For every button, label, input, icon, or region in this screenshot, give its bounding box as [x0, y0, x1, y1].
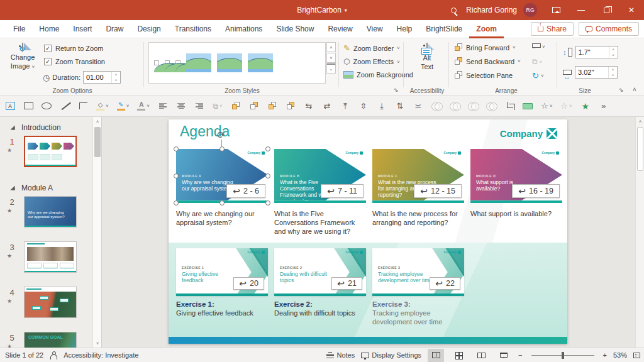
slide-thumbnail-2[interactable]: Why are we changing our appraisal system… — [24, 196, 77, 228]
module-d-description[interactable]: What support is available? — [470, 209, 560, 218]
selection-handle-middle-right[interactable] — [265, 173, 270, 178]
zoom-style-thumb-6[interactable] — [248, 53, 273, 72]
fill-color-button[interactable]: ◇˅ — [96, 99, 109, 113]
zoom-link-badge[interactable]: ↩22 — [430, 277, 460, 290]
zoom-effects-button[interactable]: ⬡ Zoom Effects˅ — [343, 57, 400, 66]
selection-handle-top-right[interactable] — [265, 146, 270, 151]
tab-insert[interactable]: Insert — [66, 20, 99, 38]
slideshow-view-button[interactable] — [496, 349, 512, 362]
company-logo[interactable]: Company — [500, 128, 557, 139]
bring-to-front-button[interactable] — [267, 99, 277, 113]
section-header-module-a[interactable]: Module A — [9, 184, 53, 192]
scrollbar-thumb[interactable] — [94, 127, 101, 157]
oval-shape-button[interactable] — [42, 99, 52, 113]
distribute-vertically-button[interactable]: ⇅ — [395, 99, 405, 113]
search-button[interactable] — [441, 0, 466, 20]
rotate-objects-button[interactable]: ↻˅ — [532, 71, 544, 80]
rotation-handle-icon[interactable]: ⟳ — [217, 130, 225, 140]
slide-thumbnail-3[interactable] — [24, 241, 77, 273]
slide-sorter-view-button[interactable] — [450, 349, 467, 362]
selection-handle-top-left[interactable] — [174, 146, 179, 151]
group-objects-button[interactable]: ⧉˅ — [532, 57, 542, 66]
tab-animations[interactable]: Animations — [218, 20, 269, 38]
scroll-up-icon[interactable]: ˄ — [636, 117, 644, 126]
height-down-icon[interactable]: ˅ — [609, 52, 618, 58]
font-color-button[interactable]: A˅ — [137, 99, 150, 113]
exercise-1-heading[interactable]: Exercise 1: — [176, 300, 270, 308]
zoom-percent[interactable]: 53% — [613, 351, 627, 359]
zoom-style-thumb-5[interactable] — [217, 53, 242, 72]
change-image-button[interactable]: ↻ ChangeImage ˅ — [6, 43, 39, 71]
merge-intersect-button[interactable] — [468, 99, 478, 113]
tab-help[interactable]: Help — [390, 20, 419, 38]
exercise-2-description[interactable]: Dealing with difficult topics — [274, 309, 369, 318]
align-objects-button[interactable]: ˅ — [532, 43, 545, 50]
exercise-2-heading[interactable]: Exercise 2: — [274, 300, 369, 308]
display-settings-button[interactable]: Display Settings — [361, 351, 421, 359]
width-down-icon[interactable]: ˅ — [609, 72, 617, 78]
shape-width-input[interactable] — [575, 67, 608, 78]
zoom-card-exercise-2[interactable]: Company EXERCISE 2 Dealing with difficul… — [274, 248, 366, 296]
size-dialog-launcher-icon[interactable]: ⇘ — [619, 87, 624, 93]
preview-animations-button[interactable]: ★ — [580, 99, 591, 113]
tab-review[interactable]: Review — [321, 20, 359, 38]
scroll-down-icon[interactable]: ˅ — [93, 339, 102, 348]
zoom-link-badge[interactable]: ↩12 - 15 — [414, 184, 462, 198]
slide-thumbnail-5[interactable]: COMMON GOAL — [24, 332, 77, 348]
module-a-description[interactable]: Why are we changing our appraisal system… — [176, 209, 265, 227]
align-top-edges-button[interactable]: ⤒ — [340, 99, 350, 113]
group-shapes-button[interactable]: ⧉˅ — [213, 99, 223, 113]
merge-combine-button[interactable] — [450, 99, 460, 113]
user-name[interactable]: Richard Goring — [466, 6, 517, 14]
add-animation-button[interactable]: ☆˅ — [541, 99, 552, 113]
zoom-out-button[interactable]: − — [518, 351, 522, 359]
gallery-scroll-down-button[interactable]: ˅ — [326, 53, 336, 63]
duration-input[interactable] — [84, 72, 111, 83]
bring-forward-button[interactable]: Bring Forward˅ — [455, 43, 516, 52]
canvas-scrollbar[interactable]: ˄ — [635, 117, 644, 348]
tab-zoom[interactable]: Zoom — [469, 20, 504, 38]
share-button[interactable]: Share — [531, 22, 574, 36]
selection-handle-bottom-center[interactable] — [219, 200, 225, 206]
shape-height-field[interactable]: ˄˅ — [575, 46, 618, 58]
ribbon-display-options-button[interactable] — [543, 0, 569, 20]
toolbar-overflow-button[interactable]: » — [599, 99, 609, 113]
exercise-3-heading[interactable]: Exercise 3: — [372, 300, 467, 308]
zoom-style-thumb-4[interactable] — [186, 53, 211, 72]
tab-home[interactable]: Home — [32, 20, 66, 38]
notes-button[interactable]: Notes — [326, 351, 355, 359]
section-header-introduction[interactable]: Introduction — [9, 123, 61, 132]
module-b-description[interactable]: What is the Five Conversations Framework… — [274, 209, 364, 236]
scrollbar-thumb[interactable] — [637, 127, 643, 171]
align-text-center-button[interactable] — [176, 99, 186, 113]
slide-thumbnail-1[interactable] — [24, 136, 77, 167]
zoom-slider-thumb[interactable] — [562, 352, 564, 359]
duration-down-icon[interactable]: ˅ — [112, 77, 120, 83]
tab-transitions[interactable]: Transitions — [168, 20, 218, 38]
gallery-more-button[interactable]: ⌄ — [326, 63, 336, 74]
zoom-link-badge[interactable]: ↩7 - 11 — [321, 184, 364, 198]
bring-forward-toolbar-button[interactable] — [231, 99, 241, 113]
gallery-scroll-up-button[interactable]: ˄ — [326, 42, 336, 52]
alt-text-button[interactable]: AltText — [409, 43, 445, 72]
app-title[interactable]: BrightCarbon — [297, 6, 341, 14]
accessibility-status[interactable]: Accessibility: Investigate — [64, 351, 138, 359]
collapse-ribbon-icon[interactable]: ˄ — [633, 86, 636, 93]
animation-star-icon[interactable]: ★ — [7, 207, 12, 214]
selection-pane-button[interactable]: Selection Pane — [455, 71, 513, 79]
text-box-button[interactable]: A — [5, 99, 15, 113]
rectangle-shape-button[interactable] — [23, 99, 33, 113]
zoom-card-exercise-3[interactable]: Company EXERCISE 3 Tracking employee dev… — [372, 248, 464, 296]
tab-brightslide[interactable]: BrightSlide — [419, 20, 469, 38]
slide-editor[interactable]: Agenda Company Company MODULE A Why are … — [169, 119, 567, 344]
animation-star-icon[interactable]: ★ — [7, 298, 12, 304]
tab-view[interactable]: View — [360, 20, 390, 38]
zoom-border-button[interactable]: ✎ Zoom Border˅ — [343, 43, 400, 53]
exercise-3-description[interactable]: Tracking employee development over time — [372, 309, 454, 327]
align-text-right-button[interactable] — [194, 99, 204, 113]
selection-handle-bottom-right[interactable] — [265, 200, 270, 206]
animation-settings-button[interactable]: ☆˅ — [560, 99, 572, 113]
height-up-icon[interactable]: ˄ — [609, 47, 618, 52]
align-middle-button[interactable]: ⇳ — [358, 99, 369, 113]
tab-file[interactable]: File — [6, 20, 32, 38]
